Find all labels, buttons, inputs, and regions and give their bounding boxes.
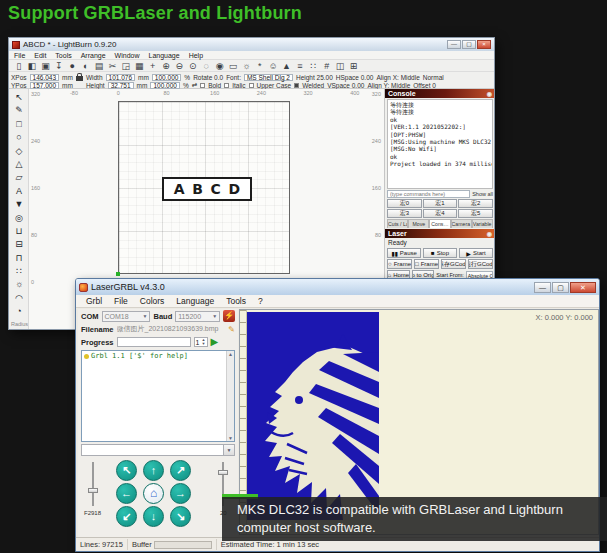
grid-icon[interactable]: ⊞ — [347, 60, 360, 72]
zoom-in-icon[interactable]: ⊕ — [159, 60, 172, 72]
command-combo[interactable]: ▼ — [81, 444, 235, 456]
minimize-button[interactable]: — — [534, 282, 551, 293]
jog-down-icon[interactable]: ↓ — [143, 506, 164, 527]
lightburn-menu-item-3[interactable]: Arrange — [81, 52, 106, 59]
width-field[interactable]: 101.076 — [106, 74, 136, 81]
run-program-button[interactable]: ▶ — [211, 337, 219, 347]
lasergrbl-menu-item-1[interactable]: File — [114, 296, 128, 306]
scroll-up-icon[interactable]: ▲ — [228, 351, 233, 357]
macro-button-0[interactable]: 宏0 — [387, 199, 422, 208]
upper-case-checkbox[interactable] — [249, 83, 254, 88]
boolean-subtract-icon[interactable]: ⊟ — [15, 238, 23, 251]
jog-up-left-icon[interactable]: ↖ — [116, 460, 137, 481]
lasergrbl-menu-item-5[interactable]: ? — [258, 296, 263, 306]
text-tool-icon[interactable]: A — [16, 185, 22, 198]
lightburn-menu-item-1[interactable]: Edit — [34, 52, 46, 59]
user-icon[interactable]: ☺ — [266, 60, 279, 72]
jog-down-left-icon[interactable]: ↙ — [116, 506, 137, 527]
polygon-tool-icon[interactable]: ◇ — [16, 145, 23, 158]
shape-tool-icon[interactable]: △ — [16, 158, 23, 171]
snap-icon[interactable]: # — [320, 60, 333, 72]
disconnect-icon[interactable]: ⚡ — [223, 310, 235, 322]
pin-icon[interactable]: ◉ — [487, 90, 492, 97]
macro-button-5[interactable]: 宏5 — [458, 209, 493, 218]
design-letter-1[interactable]: B — [192, 181, 203, 197]
design-letter-2[interactable]: C — [211, 181, 221, 197]
trace-image-icon[interactable]: ◠ — [15, 292, 23, 305]
height-field[interactable]: 32.751 — [108, 82, 134, 89]
rotary-icon[interactable]: ☼ — [15, 278, 23, 291]
save-icon[interactable]: ▣ — [39, 60, 52, 72]
lasergrbl-menu-item-3[interactable]: Language — [176, 296, 214, 306]
panel-tab-1[interactable]: Move — [408, 219, 429, 228]
jog-left-icon[interactable]: ← — [116, 483, 137, 504]
machine-settings-icon[interactable]: * — [253, 60, 266, 72]
swap-icon[interactable]: ⇄ — [192, 81, 197, 89]
com-port-select[interactable]: COM18▼ — [102, 311, 151, 322]
lightburn-menu-item-5[interactable]: Language — [149, 52, 180, 59]
start-here-icon[interactable]: ▲ — [280, 60, 293, 72]
grbl-console[interactable]: Grbl 1.1 ['$' for help] ▲▼ — [81, 350, 235, 442]
lightburn-menu-item-2[interactable]: Tools — [55, 52, 71, 59]
close-button[interactable]: ✕ — [570, 282, 596, 293]
maximize-button[interactable]: ▢ — [462, 40, 476, 49]
import-icon[interactable]: ↧ — [52, 60, 65, 72]
align-icon[interactable]: ≡ — [293, 60, 306, 72]
baud-select[interactable]: 115200▼ — [175, 311, 220, 322]
clear-file-icon[interactable]: ✎ — [228, 325, 235, 334]
macro-button-2[interactable]: 宏2 — [458, 199, 493, 208]
redo-icon[interactable]: ◐ — [79, 60, 92, 72]
xpos-field[interactable]: 146.043 — [30, 74, 60, 81]
scroll-down-icon[interactable]: ▼ — [228, 435, 233, 441]
console-scrollbar[interactable]: ▲▼ — [226, 351, 234, 441]
paste-icon[interactable]: ◲ — [119, 60, 132, 72]
zoom-fit-icon[interactable]: ⊙ — [186, 60, 199, 72]
pause-button[interactable]: ▮▮Pause — [387, 248, 421, 258]
font-select[interactable]: MS Shell Dlg 2 — [244, 74, 293, 81]
distribute-icon[interactable]: ∷ — [307, 60, 320, 72]
jog-down-right-icon[interactable]: ↘ — [170, 506, 191, 527]
preview-monitor-icon[interactable]: ▭ — [226, 60, 239, 72]
undo-icon[interactable]: ● — [66, 60, 79, 72]
close-button[interactable]: × — [477, 40, 491, 49]
laser-position-icon[interactable]: ▼ — [15, 198, 24, 211]
device-settings-icon[interactable]: ☼ — [240, 60, 253, 72]
abcd-design-object[interactable]: ABCD — [162, 177, 252, 201]
lightburn-menu-item-4[interactable]: Window — [115, 52, 140, 59]
draw-lines-icon[interactable]: ✎ — [15, 104, 23, 117]
ellipse-tool-icon[interactable]: ○ — [16, 131, 21, 144]
laser-panel-header[interactable]: Laser ◉ — [385, 229, 495, 238]
lasergrbl-menu-item-0[interactable]: Grbl — [86, 296, 102, 306]
save-gcode-button[interactable]: 保存GCode — [441, 259, 466, 269]
rectangle-tool-icon[interactable]: □ — [16, 118, 21, 131]
panel-tab-0[interactable]: Cuts / Lay… — [387, 219, 408, 228]
welded-checkbox[interactable] — [294, 83, 299, 88]
weld-shapes-icon[interactable]: ⊔ — [15, 225, 22, 238]
console-panel-header[interactable]: Console ◉ — [385, 89, 495, 98]
panel-tab-2[interactable]: Cons… — [429, 219, 450, 228]
lasergrbl-menu-item-4[interactable]: Tools — [226, 296, 246, 306]
passes-stepper[interactable]: 1▲▼ — [194, 337, 208, 347]
edit-nodes-icon[interactable]: ▱ — [16, 171, 23, 184]
panel-tab-3[interactable]: Camera Cont… — [451, 219, 472, 228]
show-all-label[interactable]: Show all — [472, 191, 493, 197]
feed-slider-knob[interactable] — [88, 488, 98, 493]
round-corners-icon[interactable]: ◔ — [16, 305, 21, 318]
jog-home-icon[interactable]: ⌂ — [143, 483, 164, 504]
bold-checkbox[interactable] — [200, 83, 205, 88]
lightburn-menu-item-6[interactable]: Help — [189, 52, 203, 59]
dock-layout-icon[interactable]: ◫ — [333, 60, 346, 72]
cut-icon[interactable]: ✂ — [106, 60, 119, 72]
move-tool-icon[interactable]: + — [146, 60, 159, 72]
zoom-out-icon[interactable]: ⊖ — [173, 60, 186, 72]
start-button[interactable]: ▶Start — [459, 248, 493, 258]
lightburn-menu-item-0[interactable]: File — [14, 52, 25, 59]
frame-circle-button[interactable]: ○Frame — [387, 259, 412, 269]
minimize-button[interactable]: — — [447, 40, 461, 49]
delete-icon[interactable]: ▦ — [133, 60, 146, 72]
ypos-field[interactable]: 157.000 — [30, 82, 60, 89]
step-slider-knob[interactable] — [218, 470, 228, 475]
frame-square-button[interactable]: □Frame — [414, 259, 439, 269]
macro-button-4[interactable]: 宏4 — [423, 209, 458, 218]
console-command-input[interactable] — [387, 190, 470, 198]
